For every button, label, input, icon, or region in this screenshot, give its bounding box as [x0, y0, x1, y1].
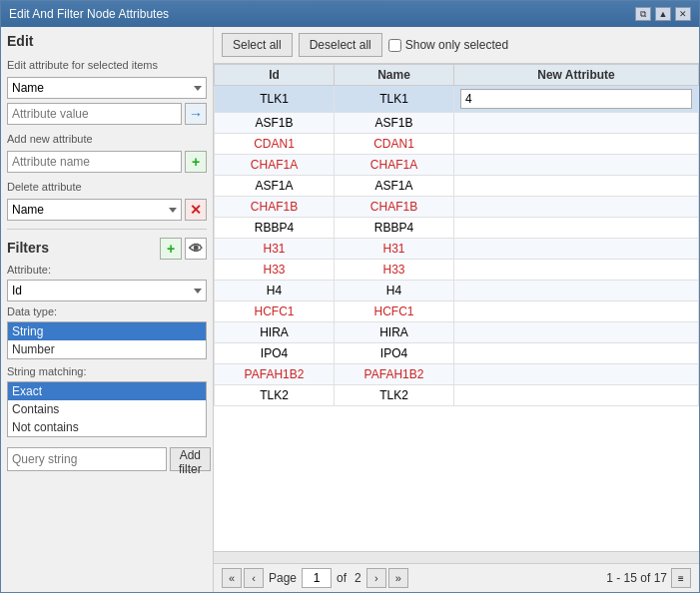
cell-name: CDAN1: [335, 134, 454, 155]
first-page-button[interactable]: «: [222, 568, 242, 588]
cell-name: ASF1A: [335, 176, 454, 197]
deselect-all-button[interactable]: Deselect all: [299, 33, 382, 57]
cell-id: RBBP4: [215, 218, 335, 239]
cell-name: PAFAH1B2: [335, 364, 454, 385]
table-menu-button[interactable]: ≡: [671, 568, 691, 588]
cell-id: TLK1: [215, 86, 335, 113]
cell-id: HIRA: [215, 322, 335, 343]
table-row[interactable]: H31H31: [215, 239, 699, 260]
string-match-exact[interactable]: Exact: [8, 382, 206, 400]
data-type-label: Data type:: [7, 305, 207, 317]
restore-button[interactable]: ⧉: [635, 7, 651, 21]
col-new-attribute: New Attribute: [454, 65, 699, 86]
table-row[interactable]: TLK1TLK1: [215, 86, 699, 113]
cell-name: TLK1: [335, 86, 454, 113]
table-row[interactable]: RBBP4RBBP4: [215, 218, 699, 239]
cell-id: PAFAH1B2: [215, 364, 335, 385]
range-text: 1 - 15 of 17: [606, 571, 667, 585]
window-controls: ⧉ ▲ ✕: [635, 7, 691, 21]
table-row[interactable]: CDAN1CDAN1: [215, 134, 699, 155]
delete-select[interactable]: Name Id: [7, 199, 182, 221]
table-row[interactable]: HCFC1HCFC1: [215, 301, 699, 322]
apply-value-button[interactable]: →: [185, 103, 207, 125]
table-row[interactable]: CHAF1BCHAF1B: [215, 197, 699, 218]
new-attr-input[interactable]: [460, 89, 692, 109]
attr-name-input[interactable]: [7, 151, 182, 173]
table-header-row: Id Name New Attribute: [215, 65, 699, 86]
cell-new-attr: [454, 322, 699, 343]
cell-id: CHAF1B: [215, 197, 335, 218]
data-type-number[interactable]: Number: [8, 340, 206, 358]
table-row[interactable]: CHAF1ACHAF1A: [215, 155, 699, 176]
page-label: Page: [269, 571, 297, 585]
show-only-label: Show only selected: [405, 38, 508, 52]
cell-name: H31: [335, 239, 454, 260]
cell-new-attr: [454, 343, 699, 364]
cell-new-attr[interactable]: [454, 86, 699, 113]
add-attr-button[interactable]: +: [185, 151, 207, 173]
table-row[interactable]: TLK2TLK2: [215, 385, 699, 406]
of-label: of: [337, 571, 347, 585]
right-panel: Select all Deselect all Show only select…: [214, 27, 699, 592]
delete-button[interactable]: ✕: [185, 199, 207, 221]
horizontal-scrollbar[interactable]: [214, 551, 699, 563]
cell-name: H33: [335, 260, 454, 281]
toolbar-row: Select all Deselect all Show only select…: [214, 27, 699, 64]
cell-id: H4: [215, 281, 335, 301]
pagination-right: 1 - 15 of 17 ≡: [606, 568, 691, 588]
add-filter-button[interactable]: Add filter: [170, 447, 211, 471]
cell-name: CHAF1A: [335, 155, 454, 176]
close-button[interactable]: ✕: [675, 7, 691, 21]
table-row[interactable]: PAFAH1B2PAFAH1B2: [215, 364, 699, 385]
query-string-input[interactable]: [7, 447, 167, 471]
attr-value-input[interactable]: [7, 103, 182, 125]
data-type-string[interactable]: String: [8, 322, 206, 340]
cell-new-attr: [454, 239, 699, 260]
string-match-contains[interactable]: Contains: [8, 400, 206, 418]
table-row[interactable]: H4H4: [215, 281, 699, 301]
attr-value-row: →: [7, 103, 207, 125]
total-pages: 2: [354, 571, 361, 585]
cell-new-attr: [454, 385, 699, 406]
next-page-button[interactable]: ›: [366, 568, 386, 588]
bottom-filter-row: Add filter: [7, 447, 207, 471]
col-name: Name: [335, 65, 454, 86]
prev-page-button[interactable]: ‹: [244, 568, 264, 588]
table-row[interactable]: ASF1BASF1B: [215, 113, 699, 134]
minimize-button[interactable]: ▲: [655, 7, 671, 21]
cell-name: TLK2: [335, 385, 454, 406]
table-row[interactable]: ASF1AASF1A: [215, 176, 699, 197]
title-bar: Edit And Filter Node Attributes ⧉ ▲ ✕: [1, 1, 699, 27]
cell-new-attr: [454, 281, 699, 301]
show-only-checkbox[interactable]: [388, 39, 401, 52]
page-input[interactable]: [302, 568, 332, 588]
cell-name: ASF1B: [335, 113, 454, 134]
edit-section-title: Edit: [7, 33, 207, 49]
edit-attr-label: Edit attribute for selected items: [7, 59, 207, 71]
attribute-filter-label: Attribute:: [7, 264, 207, 276]
cell-new-attr: [454, 134, 699, 155]
filters-title: Filters: [7, 240, 49, 256]
view-filter-button[interactable]: 👁: [185, 238, 207, 260]
string-match-not-contains[interactable]: Not contains: [8, 418, 206, 436]
add-filter-icon-button[interactable]: +: [160, 238, 182, 260]
attribute-select[interactable]: Name Id: [7, 77, 207, 99]
add-new-label: Add new attribute: [7, 133, 207, 145]
data-table-container: Id Name New Attribute TLK1TLK1ASF1BASF1B…: [214, 64, 699, 551]
table-row[interactable]: IPO4IPO4: [215, 343, 699, 364]
window-title: Edit And Filter Node Attributes: [9, 7, 169, 21]
cell-new-attr: [454, 218, 699, 239]
left-panel: Edit Edit attribute for selected items N…: [1, 27, 214, 592]
attribute-filter-select[interactable]: Id Name: [7, 280, 207, 301]
select-all-button[interactable]: Select all: [222, 33, 293, 57]
cell-id: CDAN1: [215, 134, 335, 155]
last-page-button[interactable]: »: [388, 568, 408, 588]
cell-name: H4: [335, 281, 454, 301]
cell-name: HIRA: [335, 322, 454, 343]
table-row[interactable]: HIRAHIRA: [215, 322, 699, 343]
cell-name: IPO4: [335, 343, 454, 364]
main-window: Edit And Filter Node Attributes ⧉ ▲ ✕ Ed…: [0, 0, 700, 593]
filters-header: Filters + 👁: [7, 238, 207, 260]
cell-id: H33: [215, 260, 335, 281]
table-row[interactable]: H33H33: [215, 260, 699, 281]
